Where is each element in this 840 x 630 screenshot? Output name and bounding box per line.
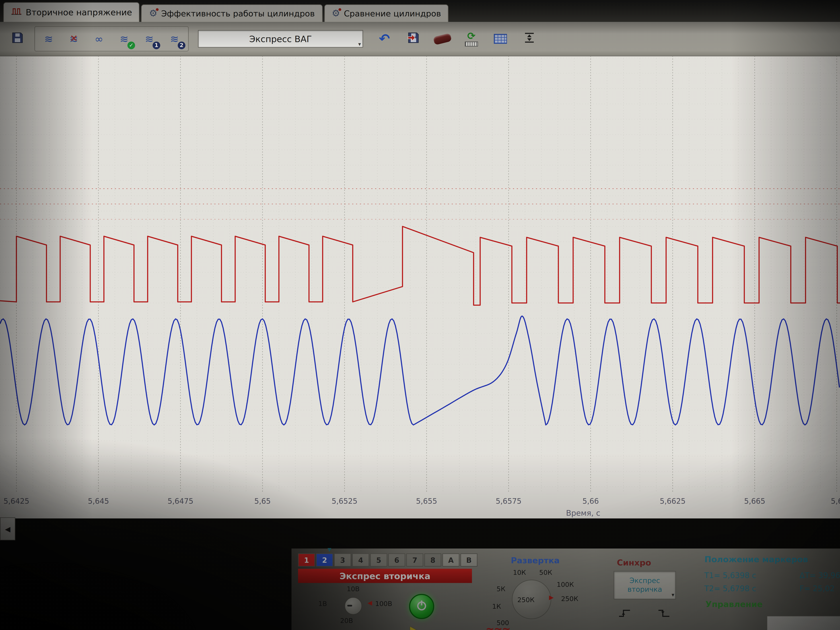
badge-icon: ✓ xyxy=(128,41,135,49)
traces-channel-2-button[interactable]: ≋2 xyxy=(163,28,186,50)
x-axis: 5,64255,6455,64755,655,65255,6555,65755,… xyxy=(0,493,840,507)
marker-t2-value: T2= 5,6798 с xyxy=(704,584,756,593)
toolbar: ≋≋✕∞≋✓≋1≋2 Экспресс ВАГ ▾ ↶ ⟳ xyxy=(0,22,840,56)
floppy-disk-arrow-icon xyxy=(407,31,420,46)
x-tick-label: 5,6475 xyxy=(167,497,193,505)
sweep-scale-label: 500 xyxy=(497,619,509,627)
tab-label: Эффективность работы цилиндров xyxy=(161,9,315,18)
x-tick-label: 5,6575 xyxy=(496,497,521,505)
traces-apply-button[interactable]: ≋✓ xyxy=(113,28,136,50)
values-grid-button[interactable] xyxy=(488,28,512,50)
x-tick-label: 5,645 xyxy=(88,497,109,505)
channel-tab-7[interactable]: 7 xyxy=(406,553,423,567)
overlay-traces-button[interactable]: ∞ xyxy=(87,28,111,50)
voltage-scale-knob[interactable] xyxy=(344,597,362,615)
channel-tab-3[interactable]: 3 xyxy=(334,553,351,567)
oscilloscope-plot xyxy=(0,56,840,493)
voltage-scale-label: 100В xyxy=(375,600,392,608)
waves-icon: ≋ xyxy=(170,34,179,44)
voltage-pointer-icon: ◀ xyxy=(368,599,372,606)
x-tick-label: 5,6 xyxy=(831,497,840,505)
save-button[interactable] xyxy=(5,28,30,50)
tab-cylinder-comparison[interactable]: ⚙ Сравнение цилиндров xyxy=(324,5,449,22)
tab-label: Сравнение цилиндров xyxy=(344,9,441,18)
blue-waveform-icon[interactable]: ≈≈≈ xyxy=(546,629,570,630)
preset-dropdown[interactable]: Экспресс ВАГ ▾ xyxy=(198,30,363,47)
x-tick-label: 5,665 xyxy=(744,497,765,505)
chevron-down-icon: ▾ xyxy=(671,592,674,598)
channel-selector: 12345678AB xyxy=(298,553,477,567)
channel-tab-6[interactable]: 6 xyxy=(388,553,405,567)
sweep-scale-label: 250К xyxy=(561,595,578,603)
trace-channel-2 xyxy=(0,316,840,425)
falling-edge-icon xyxy=(657,608,671,618)
yellow-triangle-icon[interactable] xyxy=(410,627,420,630)
channel-tab-5[interactable]: 5 xyxy=(370,553,387,567)
tab-secondary-voltage[interactable]: Вторичное напряжение xyxy=(3,2,140,22)
eraser-button[interactable] xyxy=(430,28,455,50)
cross-icon: ✕ xyxy=(70,33,78,44)
sweep-scale-label: 10К xyxy=(513,569,526,576)
scroll-left-button[interactable]: ◀ xyxy=(0,517,15,540)
x-tick-label: 5,655 xyxy=(416,497,437,505)
tab-label: Вторичное напряжение xyxy=(26,8,132,17)
channel-power-button[interactable] xyxy=(409,594,434,619)
waveform-icon xyxy=(11,7,22,18)
badge-icon: 1 xyxy=(153,41,160,49)
left-arrow-icon: ◀ xyxy=(5,525,10,533)
sync-section-title: Синхро xyxy=(617,558,651,568)
channel-tab-2[interactable]: 2 xyxy=(316,553,333,567)
x-tick-label: 5,6425 xyxy=(3,497,29,505)
eraser-icon xyxy=(433,33,452,45)
voltage-scale-label: 1В xyxy=(318,600,327,608)
sweep-pointer-icon: ▶ xyxy=(549,594,554,601)
channel-tab-4[interactable]: 4 xyxy=(352,553,369,567)
waves-icon: ≋ xyxy=(120,34,128,44)
floppy-disk-icon xyxy=(11,31,24,46)
power-icon xyxy=(415,599,428,614)
chart-area: 5,64255,6455,64755,655,65255,6555,65755,… xyxy=(0,56,840,518)
channel-1-banner: Экспрес вторичка xyxy=(298,569,472,583)
save-as-button[interactable] xyxy=(401,28,425,50)
sweep-scale-label: 50К xyxy=(539,569,552,576)
waves-icon: ≋ xyxy=(145,34,154,44)
circular-arrow-icon: ⟳ xyxy=(467,31,475,41)
undo-button[interactable]: ↶ xyxy=(373,28,396,50)
preset-value: Экспресс ВАГ xyxy=(249,34,312,44)
sync-source-line1: Экспрес xyxy=(630,576,660,585)
voltage-scale-label: 20В xyxy=(340,617,353,625)
markers-section-title: Положение маркеров xyxy=(704,554,808,564)
markers-button[interactable] xyxy=(517,28,542,50)
sweep-section-title: Развертка xyxy=(511,556,560,565)
channel-tab-8[interactable]: 8 xyxy=(425,553,441,567)
badge-icon: 2 xyxy=(178,41,185,49)
sync-source-dropdown[interactable]: Экспрес вторичка ▾ xyxy=(614,571,676,599)
info-box xyxy=(767,616,840,630)
show-all-traces-button[interactable]: ≋ xyxy=(37,28,60,50)
sweep-scale-label: 1К xyxy=(492,603,501,610)
waves-icon: ∞ xyxy=(95,34,103,44)
x-axis-label: Время, с xyxy=(566,508,600,517)
channel-tab-1[interactable]: 1 xyxy=(298,553,315,567)
tab-cylinder-efficiency[interactable]: ⚙ Эффективность работы цилиндров xyxy=(141,5,322,22)
app-window: Вторичное напряжение ⚙ Эффективность раб… xyxy=(0,0,840,630)
sweep-scale-label: 5К xyxy=(497,585,505,593)
x-tick-label: 5,6625 xyxy=(660,497,685,505)
trigger-edge-falling-button[interactable] xyxy=(657,608,671,620)
traces-channel-1-button[interactable]: ≋1 xyxy=(138,28,161,50)
grid-icon xyxy=(494,34,507,44)
channel-tab-A[interactable]: A xyxy=(442,553,459,567)
marker-f-value: F= 25,02 xyxy=(799,584,835,593)
x-tick-label: 5,65 xyxy=(254,497,271,505)
channel-marker-icon: ▼ xyxy=(328,547,332,553)
ruler-icon xyxy=(465,41,478,46)
sweep-scale-label: 100К xyxy=(557,581,574,589)
hide-traces-button[interactable]: ≋✕ xyxy=(62,28,85,50)
waves-icon: ≋ xyxy=(44,34,53,44)
trace-channel-1 xyxy=(0,226,840,305)
trigger-edge-rising-button[interactable] xyxy=(618,608,632,620)
voltage-scale-label: 10В xyxy=(347,585,360,593)
gear-icon: ⚙ xyxy=(149,9,157,18)
channel-tab-B[interactable]: B xyxy=(461,553,477,567)
measure-button[interactable]: ⟳ xyxy=(459,28,483,50)
